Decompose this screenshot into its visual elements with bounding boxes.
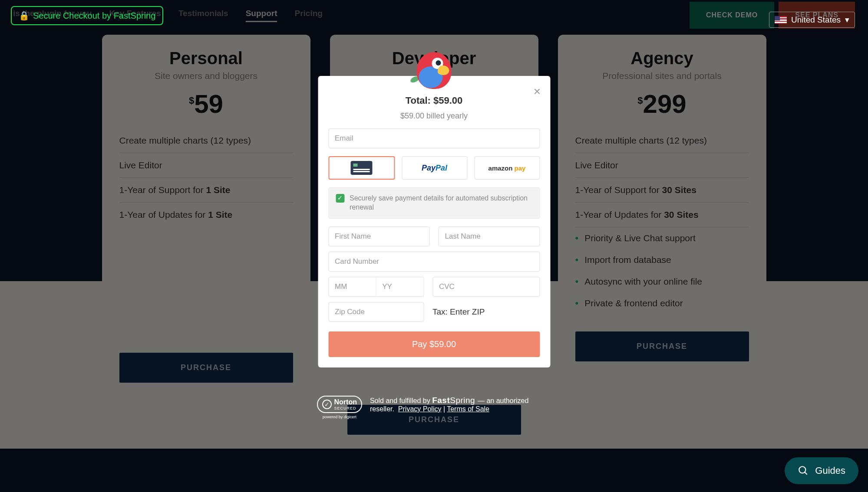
brand-logo-parrot-icon bbox=[410, 46, 458, 93]
expiry-year-input[interactable] bbox=[376, 277, 424, 297]
save-payment-checkbox[interactable] bbox=[336, 194, 344, 203]
norton-secured-badge: ✓ Norton SECURED powered by digicert bbox=[317, 396, 362, 419]
payment-method-row: PayPal amazon pay bbox=[328, 156, 540, 180]
credit-card-icon bbox=[351, 161, 373, 175]
last-name-input[interactable] bbox=[439, 226, 540, 246]
first-name-input[interactable] bbox=[328, 226, 430, 246]
paypal-logo-icon: PayPal bbox=[422, 164, 447, 173]
svg-line-1 bbox=[805, 472, 807, 474]
card-number-input[interactable] bbox=[328, 252, 540, 272]
billing-line: $59.00 billed yearly bbox=[328, 112, 540, 121]
secure-checkout-badge: 🔒 Secure Checkout by FastSpring bbox=[11, 6, 163, 25]
payment-method-paypal[interactable]: PayPal bbox=[402, 156, 467, 180]
guides-label: Guides bbox=[815, 465, 845, 476]
checkmark-icon: ✓ bbox=[322, 400, 332, 409]
caret-down-icon: ▾ bbox=[845, 15, 849, 25]
trust-footer: ✓ Norton SECURED powered by digicert Sol… bbox=[317, 396, 551, 419]
lock-icon: 🔒 bbox=[19, 10, 30, 21]
expiry-month-input[interactable] bbox=[328, 277, 376, 297]
total-line: Total: $59.00 bbox=[328, 95, 540, 106]
amazon-pay-logo-icon: amazon pay bbox=[488, 164, 526, 172]
zip-input[interactable] bbox=[328, 302, 424, 322]
save-payment-box: Securely save payment details for automa… bbox=[328, 187, 540, 219]
checkout-modal: × Total: $59.00 $59.00 billed yearly Pay… bbox=[318, 76, 550, 367]
terms-of-sale-link[interactable]: Terms of Sale bbox=[447, 405, 489, 413]
reseller-text: Sold and fulfilled by FastSpring — an au… bbox=[370, 396, 551, 413]
country-selector[interactable]: United States ▾ bbox=[769, 12, 855, 28]
guides-button[interactable]: Guides bbox=[785, 457, 858, 484]
us-flag-icon bbox=[775, 16, 787, 24]
pay-button[interactable]: Pay $59.00 bbox=[328, 331, 540, 357]
close-modal-button[interactable]: × bbox=[534, 85, 541, 98]
payment-method-amazon[interactable]: amazon pay bbox=[474, 156, 540, 180]
search-icon bbox=[798, 465, 809, 476]
svg-point-0 bbox=[799, 466, 806, 473]
save-payment-text: Securely save payment details for automa… bbox=[350, 194, 532, 212]
cvc-input[interactable] bbox=[432, 277, 540, 297]
tax-label: Tax: Enter ZIP bbox=[432, 307, 485, 317]
payment-method-card[interactable] bbox=[328, 156, 395, 180]
email-input[interactable] bbox=[328, 128, 540, 148]
secure-checkout-text: Secure Checkout by FastSpring bbox=[33, 11, 155, 21]
privacy-policy-link[interactable]: Privacy Policy bbox=[398, 405, 442, 413]
country-label: United States bbox=[791, 15, 841, 25]
fastspring-logo: FastSpring bbox=[432, 396, 478, 405]
